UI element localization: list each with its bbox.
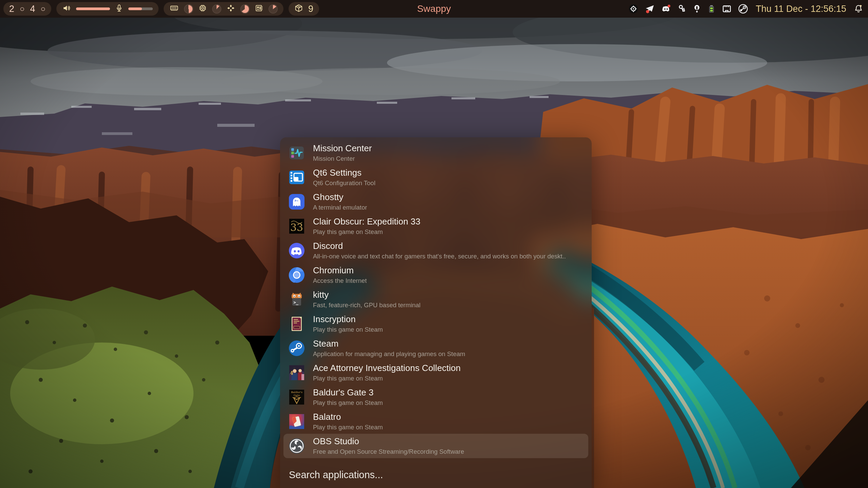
app-title: Qt6 Settings (313, 168, 375, 178)
workspace-2[interactable]: 2 (9, 4, 14, 14)
app-title: Ghostty (313, 192, 367, 202)
app-title: Inscryption (313, 314, 383, 325)
app-row[interactable]: Discord All-in-one voice and text chat f… (283, 238, 588, 263)
steelseries-tray-icon[interactable] (628, 4, 639, 14)
app-row[interactable]: Qt6 Settings Qt6 Configuration Tool (283, 165, 588, 190)
app-row[interactable]: Baldur'sGate Baldur's Gate 3 Play this g… (283, 385, 588, 409)
app-subtitle: Play this game on Steam (313, 326, 383, 333)
top-bar-right: Thu 11 Dec - 12:56:15 (628, 4, 868, 14)
app-launcher: Mission Center Mission Center Qt6 Settin… (280, 137, 592, 488)
discord-tray-icon[interactable] (661, 4, 671, 14)
clair-obscur-icon: 33 (288, 217, 306, 235)
steam-tray-icon[interactable] (738, 4, 748, 14)
app-subtitle: All-in-one voice and text chat for gamer… (313, 253, 566, 260)
balatro-icon (288, 413, 306, 430)
app-title: Discord (313, 241, 566, 251)
memory-usage-gauge (184, 4, 193, 14)
app-row[interactable]: Balatro Play this game on Steam (283, 409, 588, 434)
app-subtitle: Application for managing and playing gam… (313, 350, 465, 358)
app-title: Baldur's Gate 3 (313, 388, 383, 398)
cpu-icon (198, 4, 207, 14)
app-subtitle: Play this game on Steam (313, 424, 383, 431)
ghostty-icon: >- (288, 193, 306, 211)
app-row[interactable]: 33 Clair Obscur: Expedition 33 Play this… (283, 214, 588, 238)
app-subtitle: Fast, feature-rich, GPU based terminal (313, 301, 421, 309)
app-row[interactable]: 4 Ace Attorney Investigations Collection… (283, 360, 588, 385)
telegram-tray-icon[interactable] (645, 4, 655, 14)
gpu-icon (226, 4, 235, 14)
steam-icon (288, 339, 306, 357)
kitty-icon: >_ (288, 291, 306, 308)
network-tray-icon[interactable] (722, 4, 732, 14)
search-row (280, 469, 592, 488)
app-row[interactable]: Inscryption Play this game on Steam (283, 312, 588, 336)
mic-slider[interactable] (128, 7, 153, 10)
app-subtitle: Play this game on Steam (313, 399, 383, 407)
search-input[interactable] (289, 469, 583, 481)
focused-window-title: Swappy (417, 3, 451, 14)
obs-studio-icon (288, 437, 306, 455)
app-list: Mission Center Mission Center Qt6 Settin… (280, 141, 592, 458)
qt6-settings-icon (288, 169, 306, 186)
svg-text:>_: >_ (294, 300, 299, 305)
app-row[interactable]: >_ kitty Fast, feature-rich, GPU based t… (283, 287, 588, 312)
svg-text:33: 33 (290, 221, 303, 233)
top-bar: 2 ○ 4 ○ (0, 0, 868, 18)
app-subtitle: Free and Open Source Streaming/Recording… (313, 448, 464, 455)
svg-text:>-: >- (295, 199, 299, 202)
app-title: Mission Center (313, 143, 372, 154)
discord-icon (288, 242, 306, 259)
workspaces-indicator[interactable]: 2 ○ 4 ○ (3, 2, 51, 16)
app-row[interactable]: Steam Application for managing and playi… (283, 336, 588, 360)
svg-text:Baldur's: Baldur's (291, 391, 302, 394)
app-title: Ace Attorney Investigations Collection (313, 363, 461, 373)
disk-usage-gauge (269, 4, 278, 14)
disk-icon (255, 4, 263, 14)
keyring-tray-icon[interactable] (692, 4, 701, 14)
app-row[interactable]: Mission Center Mission Center (283, 141, 588, 165)
app-title: OBS Studio (313, 436, 464, 447)
ace-attorney-icon: 4 (288, 364, 306, 382)
microphone-icon[interactable] (115, 4, 123, 14)
inscryption-icon (288, 315, 306, 333)
app-title: Chromium (313, 266, 367, 276)
top-bar-left: 2 ○ 4 ○ (0, 2, 319, 16)
workspace-3-dot[interactable]: ○ (20, 4, 25, 14)
updates-pill[interactable]: 9 (289, 2, 319, 16)
audio-pill (56, 2, 159, 16)
clock[interactable]: Thu 11 Dec - 12:56:15 (756, 4, 846, 14)
updates-count: 9 (308, 4, 313, 14)
package-box-icon (294, 4, 303, 14)
app-subtitle: A terminal emulator (313, 204, 367, 211)
system-monitor-pill[interactable] (164, 2, 283, 16)
app-row[interactable]: >- Ghostty A terminal emulator (283, 190, 588, 214)
app-row[interactable]: Chromium Access the Internet (283, 263, 588, 287)
app-subtitle: Play this game on Steam (313, 228, 420, 236)
app-subtitle: Play this game on Steam (313, 375, 461, 382)
gpu-usage-gauge (240, 4, 250, 14)
app-title: kitty (313, 290, 421, 300)
battery-tray-icon[interactable] (707, 4, 716, 14)
chromium-icon (288, 266, 306, 284)
app-subtitle: Mission Center (313, 155, 372, 162)
app-subtitle: Qt6 Configuration Tool (313, 179, 375, 187)
keepassxc-tray-icon[interactable] (677, 4, 686, 14)
workspace-5-dot[interactable]: ○ (41, 4, 46, 14)
app-title: Steam (313, 339, 465, 349)
app-title: Balatro (313, 412, 383, 422)
speaker-icon[interactable] (62, 4, 71, 14)
volume-slider[interactable] (76, 7, 110, 10)
baldurs-gate-3-icon: Baldur'sGate (288, 388, 306, 406)
notification-bell-icon[interactable] (854, 4, 863, 14)
app-subtitle: Access the Internet (313, 277, 367, 285)
memory-icon (169, 4, 179, 14)
svg-text:4: 4 (290, 370, 293, 376)
app-row[interactable]: OBS Studio Free and Open Source Streamin… (283, 434, 588, 458)
mission-center-icon (288, 144, 306, 162)
workspace-4[interactable]: 4 (30, 4, 35, 14)
cpu-usage-gauge (212, 4, 221, 14)
app-title: Clair Obscur: Expedition 33 (313, 217, 420, 227)
